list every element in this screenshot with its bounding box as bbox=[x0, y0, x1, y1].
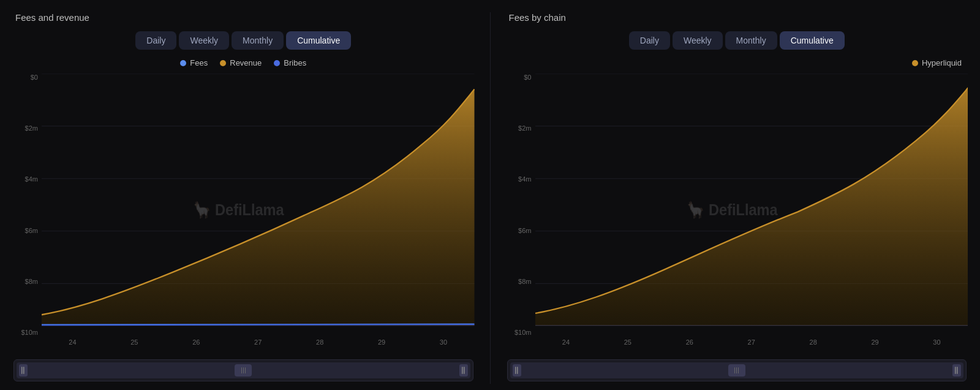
x2-label-29: 29 bbox=[844, 338, 906, 354]
chart1-area: $10m $8m $6m $4m $2m $0 bbox=[12, 74, 475, 354]
chart1-x-axis: 24 25 26 27 28 29 30 bbox=[42, 336, 475, 354]
y-label-4m: $4m bbox=[12, 175, 42, 183]
chart1-tab-cumulative[interactable]: Cumulative bbox=[286, 31, 351, 50]
chart2-y-axis: $10m $8m $6m $4m $2m $0 bbox=[506, 74, 535, 354]
x-label-24: 24 bbox=[42, 338, 104, 354]
bribes-label: Bribes bbox=[284, 58, 306, 67]
y2-label-0: $0 bbox=[506, 74, 535, 81]
x-label-26: 26 bbox=[165, 338, 227, 354]
chart2-scrollbar-inner bbox=[510, 362, 964, 378]
chart1-y-axis: $10m $8m $6m $4m $2m $0 bbox=[12, 74, 42, 354]
fees-revenue-panel: Fees and revenue Daily Weekly Monthly Cu… bbox=[6, 12, 481, 384]
svg-rect-6 bbox=[21, 367, 23, 374]
chart2-svg: 🦙 DefiLlama bbox=[535, 74, 968, 336]
svg-rect-18 bbox=[955, 367, 956, 374]
svg-rect-19 bbox=[957, 367, 958, 374]
y2-label-6m: $6m bbox=[506, 227, 535, 234]
bribes-dot bbox=[274, 60, 280, 66]
chart1-svg: 🦙 DefiLlama bbox=[42, 74, 475, 336]
chart1-scroll-left[interactable] bbox=[19, 364, 28, 377]
chart2-x-axis: 24 25 26 27 28 29 30 bbox=[535, 336, 968, 354]
chart1-title: Fees and revenue bbox=[12, 12, 475, 23]
chart1-scrollbar-track[interactable] bbox=[13, 359, 473, 381]
chart2-tab-weekly[interactable]: Weekly bbox=[673, 31, 723, 50]
svg-rect-7 bbox=[23, 367, 24, 374]
x2-label-28: 28 bbox=[782, 338, 844, 354]
chart1-legend-revenue: Revenue bbox=[220, 58, 262, 67]
hyperliquid-dot bbox=[912, 60, 918, 66]
chart2-scroll-handle[interactable] bbox=[728, 364, 745, 377]
revenue-label: Revenue bbox=[230, 58, 262, 67]
svg-rect-17 bbox=[517, 367, 518, 374]
chart2-title: Fees by chain bbox=[506, 12, 968, 23]
chart2-legend-hyperliquid: Hyperliquid bbox=[912, 58, 962, 67]
y-label-10m: $10m bbox=[12, 329, 42, 336]
chart2-tab-monthly[interactable]: Monthly bbox=[725, 31, 777, 50]
chart2-area: $10m $8m $6m $4m $2m $0 bbox=[506, 74, 968, 354]
x2-label-25: 25 bbox=[597, 338, 658, 354]
svg-rect-9 bbox=[464, 367, 465, 374]
fees-chain-panel: Fees by chain Daily Weekly Monthly Cumul… bbox=[500, 12, 974, 384]
chart2-tab-cumulative[interactable]: Cumulative bbox=[780, 31, 845, 50]
x2-label-30: 30 bbox=[906, 338, 968, 354]
watermark1: 🦙 DefiLlama bbox=[193, 201, 284, 220]
chart2-tab-group: Daily Weekly Monthly Cumulative bbox=[506, 31, 968, 50]
watermark2: 🦙 DefiLlama bbox=[686, 201, 777, 220]
y-label-8m: $8m bbox=[12, 278, 42, 285]
chart1-legend-fees: Fees bbox=[180, 58, 208, 67]
panel-divider bbox=[490, 12, 491, 384]
chart1-scrollbar-inner bbox=[17, 362, 470, 378]
chart1-scroll-handle[interactable] bbox=[235, 364, 252, 377]
y-label-0: $0 bbox=[12, 74, 42, 81]
y-label-6m: $6m bbox=[12, 227, 42, 234]
hyperliquid-label: Hyperliquid bbox=[922, 58, 962, 67]
chart1-tab-daily[interactable]: Daily bbox=[135, 31, 176, 50]
chart2-scrollbar-track[interactable] bbox=[507, 359, 967, 381]
chart2-scroll-left[interactable] bbox=[513, 364, 521, 377]
fees-dot bbox=[180, 60, 186, 66]
revenue-dot bbox=[220, 60, 226, 66]
y2-label-8m: $8m bbox=[506, 278, 535, 285]
fees-label: Fees bbox=[190, 58, 208, 67]
x-label-28: 28 bbox=[289, 338, 351, 354]
x-label-30: 30 bbox=[413, 338, 475, 354]
y-label-2m: $2m bbox=[12, 124, 42, 132]
svg-rect-16 bbox=[515, 367, 516, 374]
x2-label-27: 27 bbox=[720, 338, 782, 354]
x-label-25: 25 bbox=[104, 338, 165, 354]
charts-container: Fees and revenue Daily Weekly Monthly Cu… bbox=[0, 0, 980, 390]
y2-label-2m: $2m bbox=[506, 124, 535, 132]
y2-label-10m: $10m bbox=[506, 329, 535, 336]
chart1-legend: Fees Revenue Bribes bbox=[12, 58, 475, 67]
y2-label-4m: $4m bbox=[506, 175, 535, 183]
chart2-tab-daily[interactable]: Daily bbox=[629, 31, 670, 50]
svg-rect-8 bbox=[462, 367, 463, 374]
chart2-scroll-right[interactable] bbox=[952, 364, 961, 377]
chart1-plot: 🦙 DefiLlama 24 25 26 27 28 29 30 bbox=[42, 74, 475, 354]
chart1-legend-bribes: Bribes bbox=[274, 58, 306, 67]
chart2-plot: 🦙 DefiLlama 24 25 26 27 28 29 30 bbox=[535, 74, 968, 354]
chart2-scroll-grip bbox=[734, 367, 739, 373]
chart1-scrollbar[interactable] bbox=[12, 357, 475, 384]
chart1-scroll-right[interactable] bbox=[459, 364, 468, 377]
chart1-tab-weekly[interactable]: Weekly bbox=[179, 31, 229, 50]
chart2-legend: Hyperliquid bbox=[506, 58, 968, 67]
chart1-tab-group: Daily Weekly Monthly Cumulative bbox=[12, 31, 475, 50]
x2-label-26: 26 bbox=[658, 338, 720, 354]
x-label-29: 29 bbox=[351, 338, 413, 354]
chart1-tab-monthly[interactable]: Monthly bbox=[232, 31, 284, 50]
chart2-scrollbar[interactable] bbox=[506, 357, 968, 384]
chart1-scroll-grip bbox=[241, 367, 246, 373]
x-label-27: 27 bbox=[227, 338, 289, 354]
x2-label-24: 24 bbox=[535, 338, 597, 354]
